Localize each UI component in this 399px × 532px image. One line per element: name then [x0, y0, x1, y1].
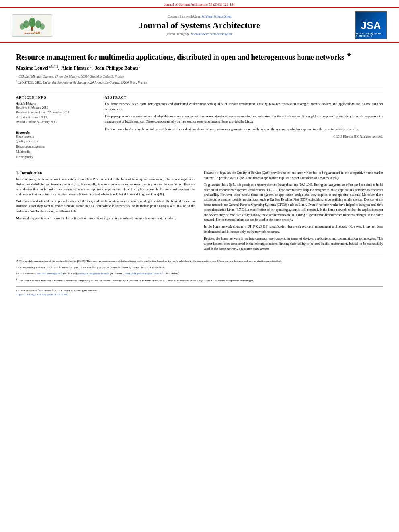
footnote-star: ★ This work is an extension of the work … [16, 259, 383, 263]
history-line-2: Received in revised form 7 November 2012 [16, 110, 97, 115]
elsevier-image: ELSEVIER [12, 14, 52, 37]
jsa-logo-text: JSA [361, 19, 381, 32]
keyword-1: Home network [16, 134, 97, 140]
jsa-small-text: Journal of Systems Architecture [356, 32, 386, 37]
authors-line: Maxime Louvel a,b,*,1, Alain Plantec b, … [16, 64, 383, 72]
homepage-link[interactable]: www.elsevier.com/locate/sysarc [191, 32, 233, 36]
article-title: Resource management for multimedia appli… [16, 51, 383, 62]
body-para-1: In recent years, the home network has ev… [16, 177, 195, 197]
history-line-1: Received 6 February 2012 [16, 105, 97, 110]
affiliations: a CEA-Leti Minatec Campus, 17 rue des Ma… [16, 73, 383, 85]
article-info-label: ARTICLE INFO [16, 96, 97, 99]
article-history-group: Article history: Received 6 February 201… [16, 102, 97, 125]
affiliation-b: b Lab-STICC, UBO, Université Européenne … [16, 81, 147, 84]
main-content: Resource management for multimedia appli… [0, 43, 399, 303]
jsa-logo-area: JSA Journal of Systems Architecture [343, 11, 387, 39]
body-para-3: Multimedia applications are considered a… [16, 216, 195, 221]
author-3-sup: b [138, 65, 140, 69]
footnote-1: 1 This work has been done while Maxime L… [16, 278, 383, 283]
page: Journal of Systems Architecture 59 (2013… [0, 0, 399, 532]
keywords-label: Keywords: [16, 131, 97, 134]
body-right-para-1: However it degrades the Quality of Servi… [204, 170, 383, 181]
footnote-email: E-mail addresses: maxime.louvel@cea.fr (… [16, 271, 383, 276]
keyword-3: Resources management [16, 144, 97, 150]
affiliation-a: a CEA-Leti Minatec Campus, 17 rue des Ma… [16, 75, 124, 78]
abstract-col: ABSTRACT The home network is an open, he… [105, 96, 383, 163]
journal-citation-bar: Journal of Systems Architecture 59 (2013… [0, 0, 399, 7]
email-link-2[interactable]: alain.plantec@univ-brest.fr [78, 272, 109, 275]
issn-line: 1383-7621/$ – see front matter © 2013 El… [16, 288, 98, 293]
abstract-para-2: This paper presents a non-intrusive and … [105, 114, 383, 125]
body-right-para-2: To guarantee these QoR, it is possible t… [204, 183, 383, 222]
article-title-star: ★ [346, 52, 352, 58]
doi-link[interactable]: http://dx.doi.org/10.1016/j.sysarc.2013.… [16, 293, 68, 296]
doi-line: http://dx.doi.org/10.1016/j.sysarc.2013.… [16, 292, 98, 297]
history-line-3: Accepted 8 January 2013 [16, 115, 97, 120]
author-2-sup: b [89, 65, 91, 69]
svg-point-6 [40, 23, 45, 30]
body-left-col: 1. Introduction In recent years, the hom… [16, 170, 195, 253]
abstract-copyright: © 2013 Elsevier B.V. All rights reserved… [105, 135, 383, 138]
author-2-name: Alain Plantec [61, 65, 89, 71]
journal-citation: Journal of Systems Architecture 59 (2013… [164, 2, 235, 6]
svg-point-1 [29, 18, 35, 27]
section-1-title: 1. Introduction [16, 170, 195, 175]
svg-rect-4 [31, 27, 33, 31]
body-para-2: With these standards and the improved em… [16, 199, 195, 214]
abstract-label: ABSTRACT [105, 96, 383, 99]
abstract-para-3: The framework has been implemented on re… [105, 127, 383, 132]
svg-point-5 [20, 23, 25, 30]
journal-title: Journal of Systems Architecture [60, 20, 339, 31]
article-title-text: Resource management for multimedia appli… [16, 53, 344, 61]
body-right-col: However it degrades the Quality of Servi… [204, 170, 383, 253]
email-link-1[interactable]: maxime.louvel@cea.fr [37, 272, 62, 275]
journal-title-area: Contents lists available at SciVerse Sci… [56, 15, 343, 36]
history-label: Article history: [16, 102, 97, 105]
keywords-group: Keywords: Home network Quality of servic… [16, 131, 97, 160]
body-right-para-4: Besides, the home network is an heteroge… [204, 236, 383, 251]
history-line-4: Available online 24 January 2013 [16, 120, 97, 125]
article-title-section: Resource management for multimedia appli… [16, 47, 383, 88]
info-divider [16, 128, 97, 128]
sciverse-line: Contents lists available at SciVerse Sci… [60, 15, 339, 18]
body-right-para-3: In the home network domain, a UPnP QoS [… [204, 224, 383, 234]
abstract-para-1: The home network is an open, heterogeneo… [105, 102, 383, 112]
journal-homepage: journal homepage: www.elsevier.com/locat… [60, 32, 339, 36]
sciverse-link[interactable]: SciVerse ScienceDirect [202, 15, 232, 18]
keyword-2: Quality of service [16, 139, 97, 144]
footnote-star2: * Corresponding author at: CEA-Leti Mina… [16, 265, 383, 270]
keyword-4: Multimedia [16, 150, 97, 155]
body-two-col: 1. Introduction In recent years, the hom… [16, 170, 383, 253]
journal-header: ELSEVIER Contents lists available at Sci… [0, 7, 399, 43]
keywords-list: Home network Quality of service Resource… [16, 134, 97, 160]
elsevier-logo: ELSEVIER [12, 14, 56, 37]
svg-text:ELSEVIER: ELSEVIER [24, 31, 40, 35]
author-3-name: Jean-Philippe Babau [95, 65, 138, 71]
section-1-number: 1. [16, 170, 19, 175]
keyword-5: Heterogeneity [16, 155, 97, 160]
footnotes-section: ★ This work is an extension of the work … [16, 257, 383, 283]
author-1-name: Maxime Louvel [16, 65, 48, 71]
email-link-3[interactable]: jean-philippe.babau@univ-brest.fr [125, 272, 164, 275]
jsa-logo: JSA Journal of Systems Architecture [355, 11, 387, 39]
author-1-sup: a,b,*,1 [48, 65, 58, 69]
elsevier-logo-area: ELSEVIER [12, 14, 56, 37]
info-abstract-section: ARTICLE INFO Article history: Received 6… [16, 92, 383, 163]
article-info-col: ARTICLE INFO Article history: Received 6… [16, 96, 97, 163]
bottom-left: 1383-7621/$ – see front matter © 2013 El… [16, 288, 98, 297]
body-section: 1. Introduction In recent years, the hom… [16, 167, 383, 253]
bottom-bar: 1383-7621/$ – see front matter © 2013 El… [16, 286, 383, 297]
